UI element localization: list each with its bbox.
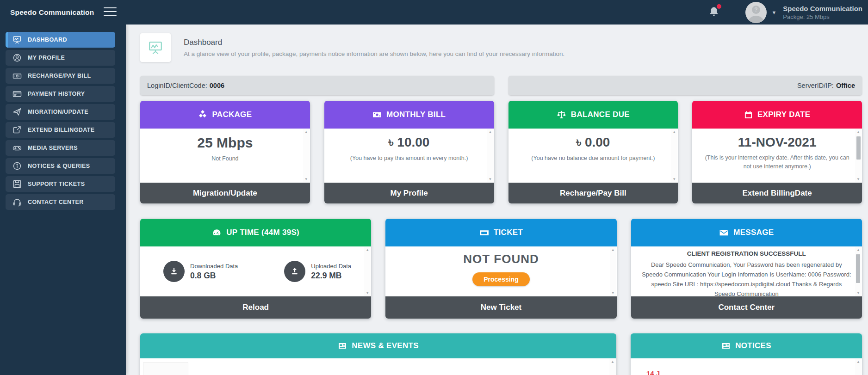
card-scrollbar[interactable]: ▲▼ bbox=[855, 247, 862, 296]
user-name: Speedo Communication bbox=[783, 5, 862, 12]
user-menu[interactable]: Speedo Communication Packge: 25 Mbps bbox=[783, 5, 862, 20]
calendar-icon bbox=[744, 111, 753, 119]
user-package: Packge: 25 Mbps bbox=[783, 13, 862, 20]
brand-link[interactable]: Speedo Communication bbox=[10, 0, 94, 25]
card-title: UP TIME (44M 39S) bbox=[226, 228, 299, 237]
sidebar-item-migration-update[interactable]: MIGRATION/UPDATE bbox=[6, 104, 115, 120]
card-title: NEWS & EVENTS bbox=[352, 341, 419, 350]
monthly-bill-note: (You have to pay this amount in every mo… bbox=[336, 154, 482, 163]
contact-center-button[interactable]: Contact Center bbox=[631, 296, 862, 319]
uptime-card: UP TIME (44M 39S) Downloaded Data 0.8 GB bbox=[140, 219, 371, 319]
news-image-placeholder bbox=[143, 362, 188, 375]
reload-button[interactable]: Reload bbox=[140, 296, 371, 319]
tachometer-icon bbox=[212, 228, 222, 238]
notifications-button[interactable] bbox=[708, 6, 721, 19]
card-title: EXPIRY DATE bbox=[757, 110, 810, 119]
monthly-bill-card: MONTHLY BILL ৳ 10.00 (You have to pay th… bbox=[324, 101, 494, 203]
package-card: PACKAGE 25 Mbps Not Found ▲▼ Migration/U… bbox=[140, 101, 310, 203]
processing-badge[interactable]: Processing bbox=[472, 272, 529, 286]
uploaded-value: 22.9 MB bbox=[311, 271, 351, 281]
sidebar-item-my-profile[interactable]: MY PROFILE bbox=[6, 50, 115, 66]
sidebar-item-recharge-pay-bill[interactable]: RECHARGE/PAY BILL bbox=[6, 68, 115, 84]
sidebar-item-payment-history[interactable]: PAYMENT HISTORY bbox=[6, 86, 115, 102]
expiry-date-card: EXPIRY DATE 11-NOV-2021 (This is your in… bbox=[692, 101, 862, 203]
navbar-right: ? ▼ Speedo Communication Packge: 25 Mbps bbox=[708, 0, 862, 25]
chevron-down-icon[interactable]: ▼ bbox=[771, 10, 776, 15]
sidebar-item-support-tickets[interactable]: SUPPORT TICKETS bbox=[6, 176, 115, 192]
ticket-card: TICKET NOT FOUND Processing ▲▼ New Ticke… bbox=[385, 219, 616, 319]
my-profile-button[interactable]: My Profile bbox=[324, 183, 494, 203]
money-icon bbox=[12, 71, 22, 80]
login-id-value: 0006 bbox=[210, 82, 224, 89]
info-circle-icon bbox=[12, 161, 22, 171]
package-value: 25 Mbps bbox=[140, 135, 310, 151]
envelope-icon bbox=[719, 228, 729, 238]
message-subject: CLIENT REGISTRATION SUCCESSFULL bbox=[631, 250, 862, 257]
sidebar-item-extend-billingdate[interactable]: EXTEND BILLINGDATE bbox=[6, 122, 115, 138]
downloaded-value: 0.8 GB bbox=[190, 271, 238, 281]
hamburger-menu-icon[interactable] bbox=[104, 7, 117, 18]
dashboard-icon bbox=[12, 35, 22, 44]
card-title: NOTICES bbox=[735, 341, 771, 350]
new-ticket-button[interactable]: New Ticket bbox=[385, 296, 616, 319]
expiry-date-note: (This is your internet expiry date. Afte… bbox=[704, 154, 850, 171]
extend-billingdate-button[interactable]: Extend BillingDate bbox=[692, 183, 862, 203]
gamepad-icon bbox=[12, 143, 22, 153]
expand-icon bbox=[12, 125, 22, 135]
card-scrollbar[interactable]: ▲▼ bbox=[671, 129, 677, 182]
server-id-value: Office bbox=[836, 82, 855, 89]
page-title: Dashboard bbox=[184, 38, 564, 47]
downloaded-data: Downloaded Data 0.8 GB bbox=[163, 261, 238, 282]
ticket-status: NOT FOUND bbox=[385, 252, 616, 266]
sidebar-item-notices-queries[interactable]: NOTICES & QUERIES bbox=[6, 158, 115, 174]
card-title: TICKET bbox=[494, 228, 523, 237]
balance-scale-icon bbox=[557, 110, 566, 120]
save-icon bbox=[12, 179, 22, 189]
svg-text:?: ? bbox=[755, 6, 758, 13]
recharge-pay-bill-button[interactable]: Recharge/Pay Bill bbox=[508, 183, 678, 203]
package-note: Not Found bbox=[152, 154, 298, 163]
card-scrollbar[interactable]: ▲▼ bbox=[855, 129, 862, 182]
credit-card-icon bbox=[12, 89, 22, 98]
headset-icon bbox=[12, 197, 22, 207]
paper-plane-icon bbox=[12, 107, 22, 117]
cubes-icon bbox=[198, 110, 207, 119]
navbar-divider bbox=[735, 5, 735, 20]
page-subtitle: At a glance view of your profile, packag… bbox=[184, 50, 564, 57]
notification-badge bbox=[717, 4, 721, 9]
message-card: MESSAGE CLIENT REGISTRATION SUCCESSFULL … bbox=[631, 219, 862, 319]
card-scrollbar[interactable]: ▲▼ bbox=[303, 129, 310, 182]
sidebar-nav: DASHBOARD MY PROFILE RECHARGE/PAY BILL P… bbox=[0, 25, 126, 375]
main-content: Dashboard At a glance view of your profi… bbox=[126, 25, 868, 375]
sidebar-item-dashboard[interactable]: DASHBOARD bbox=[6, 32, 115, 48]
avatar[interactable]: ? bbox=[745, 2, 767, 23]
newspaper-icon bbox=[721, 341, 731, 350]
money-bill-icon bbox=[372, 110, 382, 119]
card-scrollbar[interactable]: ▲▼ bbox=[855, 359, 862, 375]
sidebar-item-contact-center[interactable]: CONTACT CENTER bbox=[6, 194, 115, 210]
card-scrollbar[interactable]: ▲▼ bbox=[364, 247, 371, 296]
balance-due-card: BALANCE DUE ৳ 0.00 (You have no balance … bbox=[508, 101, 678, 203]
page-header: Dashboard At a glance view of your profi… bbox=[140, 33, 862, 62]
download-icon bbox=[163, 261, 185, 282]
card-scrollbar[interactable]: ▲▼ bbox=[609, 359, 616, 375]
card-title: BALANCE DUE bbox=[571, 110, 630, 119]
card-title: MESSAGE bbox=[733, 228, 774, 237]
notices-card: NOTICES 14 J ▲▼ bbox=[631, 333, 862, 375]
card-scrollbar[interactable]: ▲▼ bbox=[487, 129, 494, 182]
monthly-bill-value: ৳ 10.00 bbox=[324, 135, 494, 150]
sidebar-item-media-servers[interactable]: MEDIA SERVERS bbox=[6, 140, 115, 156]
expiry-date-value: 11-NOV-2021 bbox=[692, 135, 862, 150]
dashboard-page-icon bbox=[140, 33, 171, 62]
card-scrollbar[interactable]: ▲▼ bbox=[610, 247, 616, 296]
user-icon bbox=[12, 53, 22, 62]
bell-icon bbox=[708, 12, 720, 19]
ticket-icon bbox=[479, 228, 489, 238]
balance-due-value: ৳ 0.00 bbox=[508, 135, 678, 150]
uploaded-data: Uploaded Data 22.9 MB bbox=[284, 261, 351, 282]
card-title: PACKAGE bbox=[212, 110, 252, 119]
server-id-bar: ServerID/IP:Office bbox=[508, 76, 862, 95]
migration-update-button[interactable]: Migration/Update bbox=[140, 183, 310, 203]
isp-dashboard-app: Speedo Communication ? bbox=[0, 0, 868, 375]
notice-date: 14 J bbox=[646, 369, 660, 375]
